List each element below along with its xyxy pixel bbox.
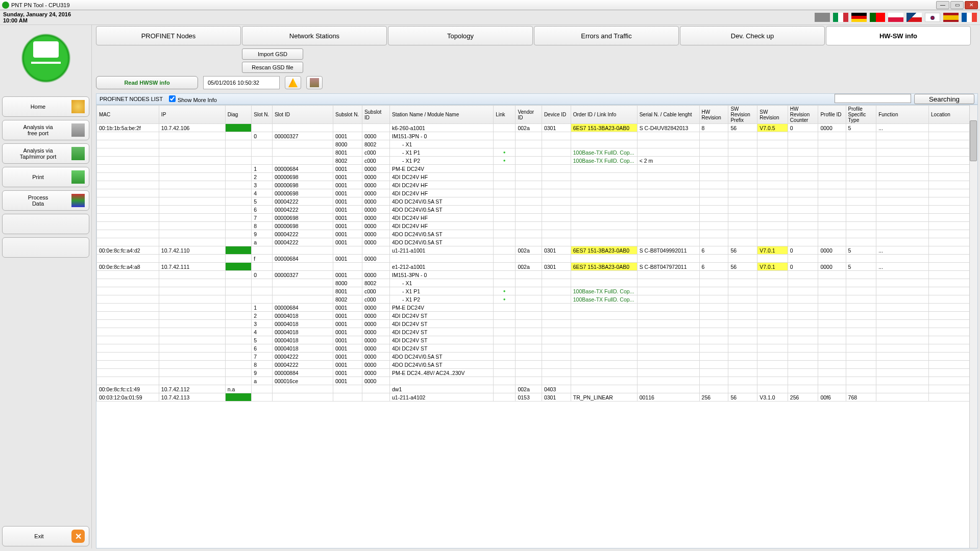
flag-es-icon[interactable] (943, 13, 959, 22)
table-row[interactable]: 400000698000100004DI DC24V HF (97, 189, 977, 197)
maximize-button[interactable]: ▭ (950, 1, 964, 9)
table-row[interactable]: 900004222000100004DO DC24V/0.5A ST (97, 230, 977, 238)
warning-icon (288, 78, 298, 87)
tab-bar: PROFINET Nodes Network Stations Topology… (96, 26, 971, 45)
table-row[interactable]: 90000088400010000PM-E DC24..48V/ AC24..2… (97, 369, 977, 377)
analysis-free-port-button[interactable]: Analysis via free port (2, 120, 89, 140)
flag-cz-icon[interactable] (906, 13, 922, 22)
table-row[interactable]: a000016ce00010000 (97, 377, 977, 385)
table-row[interactable]: 8002c000 - X1 P2100Base-TX FullD. Cop...… (97, 157, 977, 165)
table-row[interactable]: 700000698000100004DI DC24V HF (97, 214, 977, 222)
table-row[interactable]: 8001c000 - X1 P1100Base-TX FullD. Cop... (97, 287, 977, 295)
close-button[interactable]: ✕ (965, 1, 978, 9)
table-row[interactable]: 00000032700010000IM151-3PN - 0 (97, 132, 977, 140)
table-row[interactable]: 80008002 - X1 (97, 279, 977, 287)
table-row[interactable]: 00:0e:8c:fc:a4:a810.7.42.111e1-212-a1001… (97, 263, 977, 271)
tap-icon (71, 147, 85, 160)
flag-pt-icon[interactable] (870, 13, 885, 22)
app-icon (2, 2, 9, 9)
table-row[interactable]: 200004018000100004DI DC24V ST (97, 312, 977, 320)
table-row[interactable]: 800000698000100004DI DC24V HF (97, 222, 977, 230)
port-icon (71, 123, 85, 137)
exit-button[interactable]: Exit✕ (2, 526, 89, 546)
analysis-tap-port-button[interactable]: Analysis via Tap/mirror port (2, 143, 89, 164)
table-row[interactable]: 00:1b:1b:5a:be:2f10.7.42.106k6-260-a1001… (97, 124, 977, 132)
show-more-checkbox[interactable]: Show More Info (169, 95, 217, 103)
timestamp-display: 05/01/2016 10:50:32 (203, 76, 280, 89)
tab-dev-checkup[interactable]: Dev. Check up (680, 26, 825, 45)
flag-en-icon[interactable] (815, 13, 830, 22)
table-row[interactable]: 00:03:12:0a:01:5910.7.42.113u1-211-a4102… (97, 393, 977, 402)
tab-errors-traffic[interactable]: Errors and Traffic (534, 26, 679, 45)
search-input[interactable] (835, 94, 911, 103)
table-row[interactable]: 8002c000 - X1 P2100Base-TX FullD. Cop... (97, 295, 977, 304)
empty-slot-1 (2, 214, 89, 234)
data-table-wrap: MACIPDiag Slot N.Slot IDSubslot N. Subsl… (96, 105, 978, 548)
window-titlebar: PNT PN Tool - CPU319 — ▭ ✕ (0, 0, 980, 10)
table-row[interactable]: 300000698000100004DI DC24V HF (97, 181, 977, 189)
rescan-gsd-button[interactable]: Rescan GSD file (242, 62, 303, 73)
searching-button[interactable]: Searching (914, 94, 974, 104)
table-row[interactable]: 500004222000100004DO DC24V/0.5A ST (97, 197, 977, 206)
app-logo-icon (21, 33, 71, 83)
vertical-scrollbar[interactable] (969, 105, 977, 548)
table-row[interactable]: 700004222000100004DO DC24V/0.5A ST (97, 353, 977, 361)
table-row[interactable]: 400004018000100004DI DC24V ST (97, 328, 977, 336)
home-button[interactable]: Home (2, 96, 89, 117)
process-data-icon (71, 194, 85, 207)
table-row[interactable]: 10000068400010000PM-E DC24V (97, 165, 977, 173)
table-row[interactable]: a00004222000100004DO DC24V/0.5A ST (97, 238, 977, 246)
current-time: 10:00 AM (3, 17, 71, 23)
table-row[interactable]: 200000698000100004DI DC24V HF (97, 173, 977, 181)
table-header-row: MACIPDiag Slot N.Slot IDSubslot N. Subsl… (97, 106, 977, 124)
warning-button[interactable] (285, 76, 301, 89)
tab-network-stations[interactable]: Network Stations (242, 26, 387, 45)
exit-icon: ✕ (71, 530, 85, 543)
flag-kr-icon[interactable] (925, 13, 940, 22)
table-row[interactable]: 10000068400010000PM-E DC24V (97, 304, 977, 312)
table-row[interactable]: 300004018000100004DI DC24V ST (97, 320, 977, 328)
process-data-button[interactable]: Process Data (2, 190, 89, 211)
minimize-button[interactable]: — (936, 1, 949, 9)
read-hwsw-button[interactable]: Read HWSW info (96, 76, 198, 89)
tab-topology[interactable]: Topology (388, 26, 533, 45)
broom-icon (310, 78, 319, 87)
flag-fr-icon[interactable] (962, 13, 977, 22)
table-row[interactable]: 80008002 - X1 (97, 140, 977, 148)
empty-slot-2 (2, 237, 89, 258)
table-row[interactable]: 600004018000100004DI DC24V ST (97, 344, 977, 353)
table-row[interactable]: 00:0e:8c:fc:c1:4910.7.42.112n.adw1002a04… (97, 385, 977, 393)
table-row[interactable]: 00:0e:8c:fc:a4:d210.7.42.110u1-211-a1001… (97, 246, 977, 255)
tab-profinet-nodes[interactable]: PROFINET Nodes (96, 26, 241, 45)
clear-button[interactable] (306, 76, 323, 89)
list-header: PROFINET NODES LIST Show More Info Searc… (96, 93, 978, 105)
tab-hwsw-info[interactable]: HW-SW info (826, 26, 971, 45)
sidebar: Home Analysis via free port Analysis via… (0, 25, 92, 548)
table-row[interactable]: 8001c000 - X1 P1100Base-TX FullD. Cop... (97, 148, 977, 157)
header-bar: Sunday, January 24, 2016 10:00 AM (0, 10, 980, 25)
flag-it-icon[interactable] (833, 13, 848, 22)
home-icon (71, 100, 85, 113)
table-row[interactable]: 00000032700010000IM151-3PN - 0 (97, 271, 977, 279)
window-title: PNT PN Tool - CPU319 (11, 2, 70, 8)
list-title: PROFINET NODES LIST (100, 96, 163, 102)
flag-pl-icon[interactable] (888, 13, 903, 22)
table-row[interactable]: 800004222000100004DO DC24V/0.5A ST (97, 361, 977, 369)
table-row[interactable]: 500004018000100004DI DC24V ST (97, 336, 977, 344)
import-gsd-button[interactable]: Import GSD (242, 48, 303, 60)
table-row[interactable]: f0000068400010000 (97, 255, 977, 263)
print-button[interactable]: Print (2, 167, 89, 187)
flag-de-icon[interactable] (851, 13, 867, 22)
table-row[interactable]: 600004222000100004DO DC24V/0.5A ST (97, 206, 977, 214)
nodes-table: MACIPDiag Slot N.Slot IDSubslot N. Subsl… (96, 105, 977, 402)
current-date: Sunday, January 24, 2016 (3, 11, 71, 17)
print-icon (71, 170, 85, 184)
language-flags (815, 13, 977, 22)
